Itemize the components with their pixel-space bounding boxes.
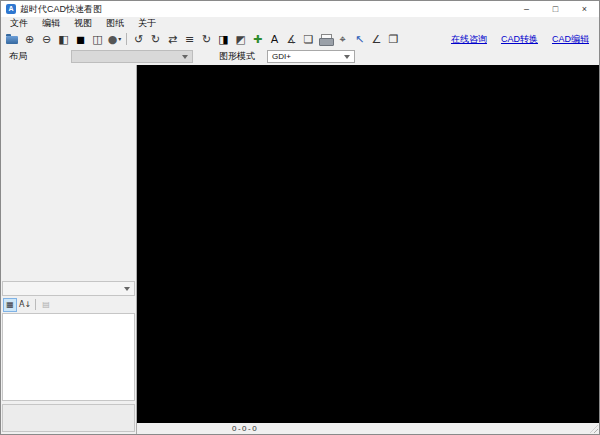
layer-manager-icon[interactable]: ≡ (181, 31, 198, 47)
print-icon[interactable] (317, 31, 334, 47)
background-toggle-icon-glyph: ◼ (76, 34, 85, 45)
drawing-canvas[interactable] (137, 65, 599, 423)
link-cad-convert[interactable]: CAD转换 (501, 33, 538, 46)
print-preview-icon-glyph: ⌖ (339, 34, 345, 45)
invert-colors-icon-glyph: ◨ (218, 34, 228, 45)
maximize-button[interactable]: □ (541, 1, 570, 17)
zoom-out-icon[interactable]: ⊖ (38, 31, 55, 47)
mirror-icon-glyph: ⇄ (168, 34, 177, 45)
graphics-mode-label: 图形模式 (219, 50, 255, 63)
graphics-mode-value: GDI+ (272, 52, 291, 61)
background-toggle-icon[interactable]: ◼ (72, 31, 89, 47)
layout-tree-panel (1, 65, 136, 281)
zoom-window-icon[interactable]: ◧ (55, 31, 72, 47)
invert-colors-icon[interactable]: ◨ (215, 31, 232, 47)
layer-manager-icon-glyph: ≡ (185, 34, 194, 45)
text-find-icon[interactable]: A (266, 31, 283, 47)
measure-icon[interactable]: ∠ (368, 31, 385, 47)
menu-sheet[interactable]: 图纸 (99, 17, 131, 30)
rotate-left-icon-glyph: ↺ (134, 34, 143, 45)
drawing-list-icon-glyph: ❏ (304, 34, 314, 45)
app-window: A 超时代CAD快速看图 – □ × 文件编辑视图图纸关于 ⊕⊖◧◼◫●▾↺↻⇄… (0, 0, 600, 435)
menu-view[interactable]: 视图 (67, 17, 99, 30)
categorized-button[interactable]: ▦ (3, 298, 17, 312)
resize-grip[interactable] (590, 425, 598, 433)
text-find-icon-glyph: A (271, 34, 279, 45)
app-logo-icon: A (6, 4, 16, 14)
color-mode-icon[interactable]: ●▾ (106, 31, 123, 47)
grayscale-icon-glyph: ◩ (235, 34, 245, 45)
close-button[interactable]: × (570, 1, 599, 17)
sidebar: ▦A↓▤ (1, 65, 137, 434)
main-area: ▦A↓▤ 0-0-0 (1, 65, 599, 434)
property-pages-button[interactable]: ▤ (39, 298, 53, 312)
layout-label: 布局 (9, 50, 27, 63)
window-controls: – □ × (512, 1, 599, 17)
dimension-icon-glyph: ∡ (287, 34, 297, 45)
alphabetical-button[interactable]: A↓ (18, 298, 32, 312)
refresh-icon[interactable]: ↻ (198, 31, 215, 47)
zoom-extents-icon-glyph: ✚ (253, 34, 262, 45)
chevron-down-icon (124, 287, 130, 291)
chevron-down-icon (182, 55, 188, 59)
toolbar-links: 在线咨询CAD转换CAD编辑 (451, 33, 599, 46)
toolbar: ⊕⊖◧◼◫●▾↺↻⇄≡↻◨◩✚A∡❏⌖↖∠❐在线咨询CAD转换CAD编辑 (1, 30, 599, 48)
layout-select[interactable] (71, 50, 193, 63)
pan-icon[interactable]: ◫ (89, 31, 106, 47)
copy-icon-glyph: ❐ (389, 34, 399, 45)
zoom-in-icon-glyph: ⊕ (25, 34, 34, 45)
coordinates-readout: 0-0-0 (232, 424, 258, 433)
property-grid-toolbar: ▦A↓▤ (1, 296, 136, 313)
copy-icon[interactable]: ❐ (385, 31, 402, 47)
open-file-icon[interactable] (4, 31, 21, 47)
zoom-extents-icon[interactable]: ✚ (249, 31, 266, 47)
mirror-icon[interactable]: ⇄ (164, 31, 181, 47)
canvas-column: 0-0-0 (137, 65, 599, 434)
print-preview-icon[interactable]: ⌖ (334, 31, 351, 47)
zoom-window-icon-glyph: ◧ (58, 34, 68, 45)
refresh-icon-glyph: ↻ (202, 34, 211, 45)
property-description-panel (2, 404, 135, 432)
menu-edit[interactable]: 编辑 (35, 17, 67, 30)
rotate-left-icon[interactable]: ↺ (130, 31, 147, 47)
grayscale-icon[interactable]: ◩ (232, 31, 249, 47)
title-bar: A 超时代CAD快速看图 – □ × (1, 1, 599, 17)
rotate-right-icon[interactable]: ↻ (147, 31, 164, 47)
select-icon[interactable]: ↖ (351, 31, 368, 47)
dropdown-arrow-icon: ▾ (118, 36, 121, 42)
color-mode-icon-glyph: ● (108, 34, 118, 45)
link-online-support[interactable]: 在线咨询 (451, 33, 487, 46)
drawing-list-icon[interactable]: ❏ (300, 31, 317, 47)
pan-icon-glyph: ◫ (92, 34, 102, 45)
rotate-right-icon-glyph: ↻ (151, 34, 160, 45)
property-object-select[interactable] (2, 281, 135, 296)
graphics-mode-select[interactable]: GDI+ (267, 50, 355, 63)
propgrid-separator (35, 299, 36, 310)
dimension-icon[interactable]: ∡ (283, 31, 300, 47)
menu-about[interactable]: 关于 (131, 17, 163, 30)
chevron-down-icon (344, 55, 350, 59)
toolbar-separator (126, 33, 127, 45)
zoom-in-icon[interactable]: ⊕ (21, 31, 38, 47)
menu-bar: 文件编辑视图图纸关于 (1, 17, 599, 30)
options-bar: 布局 图形模式 GDI+ (1, 48, 599, 65)
select-icon-glyph: ↖ (355, 34, 364, 45)
window-title: 超时代CAD快速看图 (20, 3, 512, 16)
zoom-out-icon-glyph: ⊖ (42, 34, 51, 45)
property-grid-list[interactable] (2, 313, 135, 401)
menu-file[interactable]: 文件 (3, 17, 35, 30)
link-cad-edit[interactable]: CAD编辑 (552, 33, 589, 46)
measure-icon-glyph: ∠ (372, 34, 382, 45)
status-bar: 0-0-0 (137, 423, 599, 434)
minimize-button[interactable]: – (512, 1, 541, 17)
